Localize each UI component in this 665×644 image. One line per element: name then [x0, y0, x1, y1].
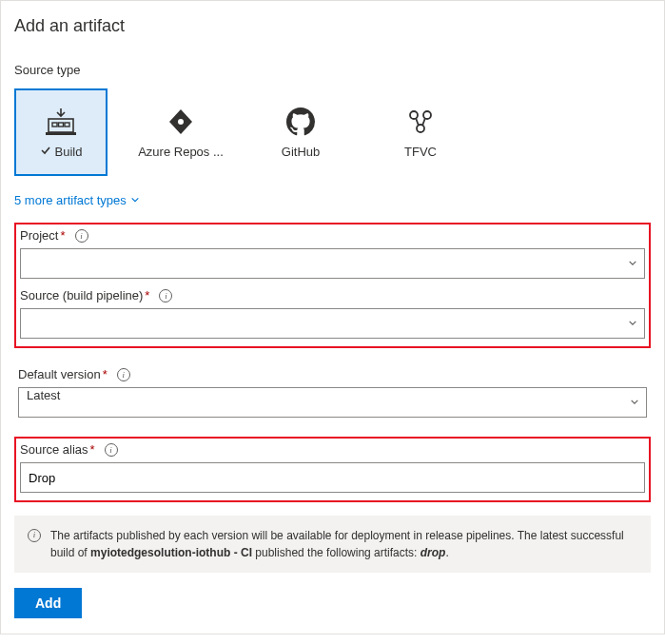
- source-type-azure-repos[interactable]: Azure Repos ...: [134, 88, 227, 176]
- source-type-github[interactable]: GitHub: [254, 88, 347, 176]
- source-type-github-label: GitHub: [282, 145, 320, 159]
- chevron-down-icon: [130, 193, 140, 207]
- source-type-azure-repos-label: Azure Repos ...: [138, 145, 224, 159]
- svg-rect-1: [52, 123, 57, 127]
- required-marker: *: [103, 367, 108, 381]
- svg-rect-2: [59, 123, 64, 127]
- svg-rect-3: [65, 123, 69, 127]
- check-icon: [40, 145, 51, 159]
- default-version-group: Default version* i Latest: [14, 361, 651, 423]
- source-alias-label: Source alias: [20, 442, 88, 457]
- source-type-list: Build Azure Repos ... GitHub TFVC: [14, 88, 651, 176]
- source-alias-group: Source alias* i: [14, 437, 651, 502]
- svg-rect-4: [46, 132, 76, 135]
- required-marker: *: [145, 288, 149, 302]
- build-icon: [45, 107, 77, 137]
- default-version-label: Default version: [18, 367, 101, 381]
- artifact-info-box: i The artifacts published by each versio…: [14, 516, 651, 573]
- project-source-group: Project* i Source (build pipeline)* i: [14, 223, 651, 348]
- panel-title: Add an artifact: [14, 16, 651, 36]
- info-icon[interactable]: i: [75, 229, 88, 243]
- source-type-label: Source type: [14, 63, 651, 77]
- add-button[interactable]: Add: [14, 588, 82, 618]
- info-icon[interactable]: i: [159, 289, 172, 302]
- artifact-info-text: The artifacts published by each version …: [50, 527, 637, 561]
- more-artifact-types-link[interactable]: 5 more artifact types: [14, 193, 140, 207]
- info-icon: i: [28, 529, 41, 542]
- source-type-build[interactable]: Build: [14, 88, 108, 176]
- azure-repos-icon: [166, 107, 195, 137]
- source-label: Source (build pipeline): [20, 288, 143, 302]
- project-select[interactable]: [20, 248, 645, 279]
- source-type-tfvc-label: TFVC: [404, 145, 437, 159]
- required-marker: *: [90, 442, 95, 457]
- github-icon: [286, 107, 315, 137]
- required-marker: *: [60, 228, 65, 243]
- default-version-select[interactable]: Latest: [18, 387, 647, 418]
- source-alias-input[interactable]: [20, 462, 645, 493]
- project-label: Project: [20, 228, 58, 243]
- info-icon[interactable]: i: [117, 368, 130, 381]
- tfvc-icon: [406, 107, 435, 137]
- source-type-tfvc[interactable]: TFVC: [374, 88, 467, 176]
- info-icon[interactable]: i: [105, 443, 118, 457]
- source-type-build-label: Build: [55, 145, 83, 159]
- source-select[interactable]: [20, 308, 645, 339]
- svg-point-5: [178, 119, 184, 125]
